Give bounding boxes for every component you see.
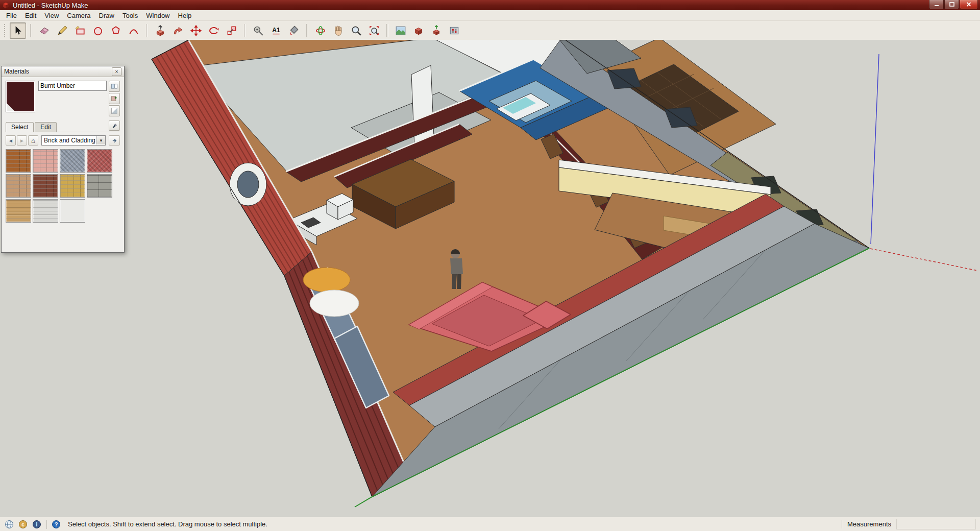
menu-edit[interactable]: Edit [21,11,40,20]
menu-file[interactable]: File [2,11,21,20]
arc-tool-button[interactable] [126,22,142,39]
svg-text:c: c [21,521,24,527]
material-swatch[interactable] [6,149,31,173]
round-table-yellow [303,268,350,292]
menu-help[interactable]: Help [174,11,196,20]
materials-tabs: Select Edit [6,122,120,132]
home-icon: ⌂ [31,137,35,144]
material-swatch[interactable] [60,199,85,223]
flyout-arrow-icon [112,138,117,143]
menu-view[interactable]: View [40,11,63,20]
display-secondary-pane-button[interactable] [109,81,120,92]
help-icon[interactable]: ? [51,519,61,529]
add-location-icon [395,25,406,36]
model-info-icon[interactable]: i [32,519,42,529]
followme-icon [173,25,184,36]
viewport-canvas[interactable] [0,40,980,517]
toolbar-grip[interactable] [4,24,8,37]
toolbar-separator [146,24,148,37]
menu-window[interactable]: Window [142,11,174,20]
pushpull-tool-button[interactable] [152,22,168,39]
materials-panel: Materials × [1,66,125,253]
polygon-tool-button[interactable] [108,22,124,39]
material-swatch[interactable] [60,149,85,173]
tape-measure-tool-button[interactable] [250,22,266,39]
geolocation-icon[interactable] [4,519,14,529]
circle-tool-button[interactable] [90,22,106,39]
material-swatch[interactable] [60,174,85,198]
material-swatch[interactable] [33,149,58,173]
orbit-icon [315,25,326,36]
tape-measure-icon [253,25,264,36]
circle-icon [92,25,104,36]
add-location-tool-button[interactable] [393,22,409,39]
sample-paint-button[interactable] [109,120,120,131]
eraser-tool-button[interactable] [36,22,53,39]
select-tool-button[interactable] [10,22,26,39]
svg-text:A1: A1 [272,27,280,34]
select-icon [12,25,23,36]
active-material-swatch [6,81,35,112]
minimize-button[interactable] [929,0,944,9]
paint-bucket-icon [288,25,300,36]
measurements-input[interactable] [896,519,976,529]
materials-close-button[interactable]: × [112,67,121,76]
in-model-button[interactable]: ⌂ [28,135,38,146]
credits-icon[interactable]: c [18,519,28,529]
zoom-icon [351,25,362,36]
line-tool-button[interactable] [54,22,70,39]
menu-draw[interactable]: Draw [95,11,118,20]
eyedropper-icon [111,123,118,129]
material-swatch[interactable] [87,174,112,198]
zoom-tool-button[interactable] [348,22,364,39]
measurements-label: Measurements [847,520,891,528]
tab-select[interactable]: Select [6,122,34,132]
status-message: Select objects. Shift to extend select. … [68,520,267,528]
material-swatch[interactable] [33,174,58,198]
collection-dropdown[interactable]: Brick and Cladding ▼ [41,135,106,146]
back-button[interactable]: ◄ [6,135,16,146]
round-window [230,163,266,206]
rotate-tool-button[interactable] [206,22,222,39]
text-tool-button[interactable]: A1 [268,22,284,39]
forward-button[interactable]: ► [17,135,27,146]
tab-edit[interactable]: Edit [35,122,57,132]
default-material-button[interactable] [109,105,120,116]
move-tool-button[interactable] [188,22,204,39]
pan-tool-button[interactable] [330,22,347,39]
material-swatch[interactable] [87,149,112,173]
get-models-tool-button[interactable] [410,22,427,39]
rectangle-tool-button[interactable] [72,22,88,39]
statusbar-separator [842,520,842,528]
window-controls [928,0,978,10]
pencil-icon [57,25,68,36]
sketchup-logo-icon [2,1,10,9]
pan-icon [333,25,344,36]
menu-tools[interactable]: Tools [118,11,142,20]
material-name-input[interactable] [38,81,107,91]
paint-bucket-tool-button[interactable] [286,22,302,39]
window-title: Untitled - SketchUp Make [13,2,88,9]
polygon-icon [110,25,121,36]
zoom-extents-tool-button[interactable] [366,22,382,39]
share-model-tool-button[interactable] [428,22,445,39]
material-swatch[interactable] [33,199,58,223]
scale-icon [226,25,237,36]
followme-tool-button[interactable] [170,22,186,39]
maximize-button[interactable] [944,0,959,9]
material-swatch[interactable] [6,199,31,223]
orbit-tool-button[interactable] [312,22,329,39]
details-arrow-button[interactable] [109,135,120,146]
scale-tool-button[interactable] [224,22,240,39]
materials-panel-header[interactable]: Materials × [2,66,124,77]
titlebar[interactable]: Untitled - SketchUp Make [0,0,980,10]
close-button[interactable] [960,0,978,9]
menu-camera[interactable]: Camera [63,11,94,20]
red-axis [870,249,977,271]
material-swatch[interactable] [6,174,31,198]
model-canvas [0,40,980,517]
extension-warehouse-tool-button[interactable] [446,22,462,39]
materials-nav: ◄ ► ⌂ Brick and Cladding ▼ [6,135,120,146]
chevron-down-icon[interactable]: ▼ [96,136,105,144]
create-material-button[interactable] [109,93,120,104]
